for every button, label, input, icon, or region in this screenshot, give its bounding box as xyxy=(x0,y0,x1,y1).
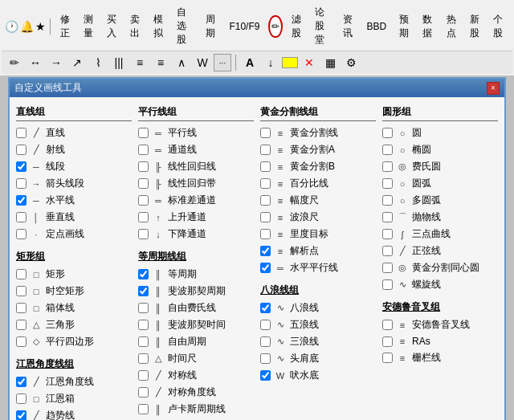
checkbox-3-3[interactable] xyxy=(382,178,393,189)
checkbox-0-3[interactable] xyxy=(16,178,27,189)
sec-checkbox-2-0-1[interactable] xyxy=(260,320,271,330)
checkbox-3-5[interactable] xyxy=(382,212,393,222)
sec-checkbox-1-0-6[interactable] xyxy=(138,370,149,381)
toolbar2-icon10[interactable]: W xyxy=(193,53,212,72)
checkbox-0-5[interactable] xyxy=(16,212,27,222)
checkbox-0-4[interactable] xyxy=(16,195,27,206)
sec-checkbox-1-0-8[interactable] xyxy=(138,404,149,414)
toolbar-btn-moni[interactable]: 模拟 xyxy=(148,10,169,43)
checkbox-2-4[interactable] xyxy=(260,195,271,206)
item-label: 正弦线 xyxy=(412,244,441,258)
checkbox-2-3[interactable] xyxy=(260,178,271,189)
toolbar-btn-maichu[interactable]: 卖出 xyxy=(124,10,146,43)
toolbar-btn-celiang[interactable]: 测量 xyxy=(78,10,100,43)
checkbox-1-1[interactable] xyxy=(138,145,149,155)
checkbox-1-0[interactable] xyxy=(138,128,149,138)
toolbar-btn-lungu[interactable]: 论股堂 xyxy=(309,3,337,49)
sec-checkbox-0-0-3[interactable] xyxy=(16,320,27,330)
checkbox-2-2[interactable] xyxy=(260,161,271,172)
checkbox-0-0[interactable] xyxy=(16,128,27,138)
checkbox-3-6[interactable] xyxy=(382,229,393,239)
toolbar-btn-lvgu[interactable]: 滤股 xyxy=(286,10,308,43)
sec-checkbox-2-0-3[interactable] xyxy=(260,353,271,364)
toolbar-btn-zhouqi[interactable]: 周期 xyxy=(200,10,222,43)
checkbox-2-1[interactable] xyxy=(260,145,271,155)
checkbox-1-6[interactable] xyxy=(138,229,149,239)
toolbar-icon-bell[interactable]: 🔔 xyxy=(20,17,34,36)
toolbar-draw-circle[interactable]: ✏ xyxy=(268,15,282,38)
sec-checkbox-0-0-0[interactable] xyxy=(16,269,27,279)
checkbox-0-2[interactable] xyxy=(16,161,27,172)
sec-checkbox-0-0-4[interactable] xyxy=(16,336,27,347)
checkbox-2-7[interactable] xyxy=(260,246,271,256)
checkbox-3-2[interactable] xyxy=(382,161,393,172)
sec-checkbox-1-0-5[interactable] xyxy=(138,353,149,364)
checkbox-2-8[interactable] xyxy=(260,263,271,273)
sec-checkbox-2-0-2[interactable] xyxy=(260,336,271,347)
toolbar-btn-xiuzheng[interactable]: 修正 xyxy=(55,10,76,43)
sec-checkbox-0-0-1[interactable] xyxy=(16,286,27,296)
sec-checkbox-2-0-4[interactable] xyxy=(260,370,271,381)
toolbar2-icon1[interactable]: ✏ xyxy=(5,53,24,72)
sec-checkbox-3-0-0[interactable] xyxy=(382,320,393,330)
checkbox-3-7[interactable] xyxy=(382,246,393,256)
checkbox-3-9[interactable] xyxy=(382,279,393,290)
toolbar2-icon-arrow[interactable]: ↓ xyxy=(261,53,280,72)
toolbar2-icon-x[interactable]: ✕ xyxy=(300,53,319,72)
toolbar-icon-clock[interactable]: 🕐 xyxy=(5,17,18,36)
toolbar-btn-mairu[interactable]: 买入 xyxy=(101,10,123,43)
toolbar-btn-f10f9[interactable]: F10/F9 xyxy=(223,18,265,35)
toolbar-btn-zixuangu[interactable]: 自选股 xyxy=(171,3,198,49)
sec-checkbox-1-0-2[interactable] xyxy=(138,303,149,313)
checkbox-0-1[interactable] xyxy=(16,145,27,155)
sec-checkbox-0-1-1[interactable] xyxy=(16,393,27,404)
sec-checkbox-0-1-0[interactable] xyxy=(16,377,27,387)
sec-checkbox-1-0-0[interactable] xyxy=(138,269,149,279)
sec-checkbox-1-0-1[interactable] xyxy=(138,286,149,296)
sec-checkbox-2-0-0[interactable] xyxy=(260,303,271,313)
toolbar2-icon3[interactable]: → xyxy=(47,53,66,72)
toolbar2-icon-a[interactable]: A xyxy=(240,53,259,72)
toolbar-icon-star[interactable]: ★ xyxy=(35,17,46,36)
checkbox-3-1[interactable] xyxy=(382,145,393,155)
toolbar2-icon8[interactable]: ≡ xyxy=(151,53,170,72)
toolbar-btn-yuqi[interactable]: 预期 xyxy=(394,10,415,43)
checkbox-3-8[interactable] xyxy=(382,263,393,273)
sec-checkbox-3-0-2[interactable] xyxy=(382,353,393,363)
toolbar2-icon-gear[interactable]: ⚙ xyxy=(341,53,361,72)
checkbox-1-3[interactable] xyxy=(138,178,149,189)
toolbar-btn-shuju[interactable]: 数据 xyxy=(417,10,439,43)
toolbar2-icon7[interactable]: ≡ xyxy=(130,53,149,72)
checkbox-1-4[interactable] xyxy=(138,195,149,206)
toolbar2-icon5[interactable]: ⌇ xyxy=(88,53,108,72)
toolbar2-icon-yellow[interactable] xyxy=(282,57,298,68)
checkbox-1-2[interactable] xyxy=(138,161,149,172)
checkbox-3-0[interactable] xyxy=(382,128,393,138)
dialog-close-button[interactable]: × xyxy=(487,82,500,95)
sec-checkbox-1-0-4[interactable] xyxy=(138,336,149,347)
sec-checkbox-3-0-1[interactable] xyxy=(382,336,393,347)
toolbar2-icon-grid[interactable]: ▦ xyxy=(320,53,340,72)
toolbar-btn-gegu[interactable]: 个股 xyxy=(487,10,509,43)
toolbar2-icon6[interactable]: ||| xyxy=(109,53,128,72)
toolbar2-icon4[interactable]: ↗ xyxy=(67,53,87,72)
checkbox-2-0[interactable] xyxy=(260,128,271,138)
item-label: RAs xyxy=(412,336,430,347)
toolbar-btn-redian[interactable]: 热点 xyxy=(441,10,463,43)
line-icon: ╱ xyxy=(29,128,43,138)
checkbox-1-5[interactable] xyxy=(138,212,149,222)
checkbox-2-6[interactable] xyxy=(260,229,271,239)
sec-checkbox-0-0-2[interactable] xyxy=(16,303,27,313)
toolbar2-icon9[interactable]: ∧ xyxy=(172,53,191,72)
checkbox-0-6[interactable] xyxy=(16,229,27,239)
sec-checkbox-1-0-3[interactable] xyxy=(138,320,149,330)
sec-checkbox-1-0-7[interactable] xyxy=(138,387,149,398)
checkbox-2-5[interactable] xyxy=(260,212,271,222)
sec-checkbox-0-1-2[interactable] xyxy=(16,410,27,420)
toolbar-btn-zixun[interactable]: 资讯 xyxy=(337,10,359,43)
checkbox-3-4[interactable] xyxy=(382,195,393,206)
toolbar-btn-xingu[interactable]: 新股 xyxy=(464,10,486,43)
toolbar2-icon11[interactable]: ··· xyxy=(214,54,231,71)
toolbar-btn-bbd[interactable]: BBD xyxy=(361,18,393,35)
toolbar2-icon2[interactable]: ↔ xyxy=(26,53,45,72)
